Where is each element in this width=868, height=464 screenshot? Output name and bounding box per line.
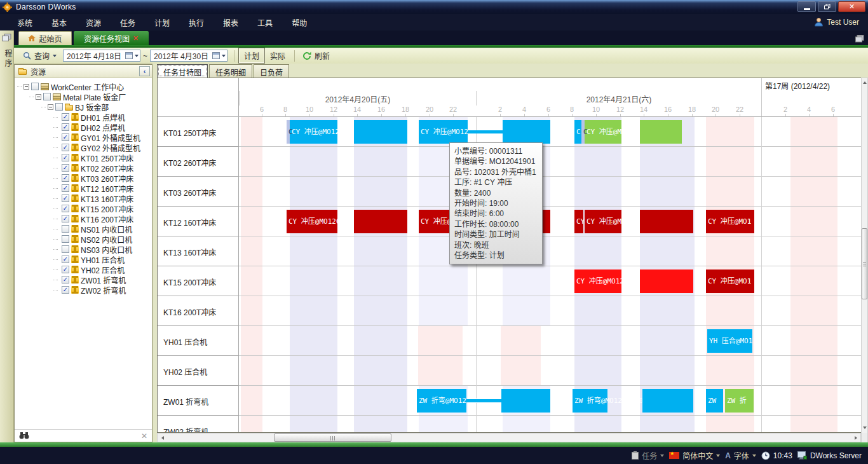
gantt-task-bar[interactable] (640, 120, 682, 144)
minimize-button[interactable] (797, 1, 816, 12)
menu-item-6[interactable]: 报表 (214, 14, 248, 31)
tree-item[interactable]: ✓YH01 压合机 (15, 254, 152, 264)
status-task-dropdown[interactable]: 任务 (632, 450, 664, 461)
tree-checkbox[interactable] (62, 225, 69, 233)
query-button[interactable]: 查询 (19, 49, 60, 62)
menu-item-7[interactable]: 工具 (248, 14, 282, 31)
tree-checkbox[interactable]: ✓ (62, 174, 69, 182)
gantt-task-bar[interactable]: CY 冲压@MO12041904 (585, 210, 621, 233)
tree-expand-icon[interactable] (36, 94, 41, 100)
scroll-up-button[interactable] (862, 79, 867, 86)
menu-item-3[interactable]: 任务 (111, 14, 145, 31)
clear-filter-icon[interactable]: ✕ (141, 432, 147, 440)
tab-task-detail[interactable]: 任务明细 (209, 64, 252, 78)
refresh-button[interactable]: 刷新 (299, 49, 334, 62)
tree-checkbox[interactable]: ✓ (62, 286, 69, 294)
tree-item[interactable]: ✓KT13 160T冲床 (15, 193, 152, 203)
window-list-icon[interactable] (855, 34, 864, 45)
tree-checkbox[interactable]: ✓ (62, 164, 69, 172)
gantt-task-bar[interactable] (503, 120, 550, 144)
tree-checkbox[interactable]: ✓ (62, 133, 69, 141)
gantt-task-bar[interactable]: CY 冲压@MO12041904 (287, 210, 337, 233)
tab-resource-task-view[interactable]: 资源任务视图 ✕ (74, 31, 149, 45)
tree-item[interactable]: ✓ZW01 折弯机 (15, 275, 152, 285)
gantt-task-bar[interactable]: CY 冲压@MO12041901 (290, 120, 337, 144)
tab-close-icon[interactable]: ✕ (133, 34, 139, 43)
tree-item[interactable]: ✓GY01 外桶成型机 (15, 132, 152, 142)
tab-gantt-view[interactable]: 任务甘特图 (157, 64, 208, 78)
tree-checkbox[interactable]: ✓ (62, 194, 69, 202)
gantt-task-bar[interactable] (642, 389, 693, 413)
menu-item-1[interactable]: 基本 (42, 14, 76, 31)
tree-checkbox[interactable]: ✓ (62, 154, 69, 161)
tree-checkbox[interactable]: ✓ (62, 276, 69, 283)
gantt-task-bar[interactable] (501, 389, 550, 413)
menu-item-5[interactable]: 执行 (179, 14, 214, 31)
actual-toggle-button[interactable]: 实际 (265, 48, 290, 63)
program-side-strip[interactable]: 程序 (0, 31, 14, 442)
gantt-task-bar[interactable]: CY 冲压@MO12041902 (585, 120, 621, 144)
status-language-dropdown[interactable]: ★ 简体中文 (669, 450, 720, 461)
tree-item[interactable]: ✓KT01 250T冲床 (15, 153, 152, 163)
gantt-task-bar[interactable]: YH 压合@MO1 (707, 329, 752, 353)
menu-item-2[interactable]: 资源 (76, 14, 111, 31)
tab-home[interactable]: 起始页 (18, 31, 72, 45)
gantt-task-bar[interactable]: ZW 折弯@MO12041901 (417, 389, 466, 413)
tree-checkbox[interactable] (62, 245, 69, 253)
tree-checkbox[interactable] (43, 93, 51, 100)
gantt-task-bar[interactable]: C (574, 120, 581, 144)
tree-checkbox[interactable]: ✓ (62, 144, 69, 151)
scroll-right-button[interactable] (851, 433, 860, 442)
gantt-task-bar[interactable]: C (287, 120, 290, 144)
tree-item[interactable]: WorkCenter 工作中心 (15, 81, 152, 92)
gantt-task-bar[interactable]: CY 冲 (574, 210, 583, 233)
gantt-task-bar[interactable] (354, 120, 407, 144)
horizontal-scroll-thumb[interactable] (274, 433, 391, 442)
vertical-scrollbar[interactable] (861, 78, 868, 442)
tab-daily-load[interactable]: 日负荷 (254, 64, 289, 78)
gantt-task-bar[interactable]: ZW 折 (725, 389, 754, 413)
tree-item[interactable]: NS02 内收口机 (15, 234, 152, 244)
tree-item[interactable]: ✓KT03 260T冲床 (15, 173, 152, 183)
tree-item[interactable]: ✓YH02 压合机 (15, 264, 152, 275)
date-to-picker[interactable]: 2012年 4月30日 (150, 50, 227, 62)
plan-toggle-button[interactable]: 计划 (238, 48, 265, 64)
tree-item[interactable]: BJ 钣金部 (15, 102, 152, 112)
gantt-task-bar[interactable]: CY 冲压@MO12041901 (419, 120, 468, 144)
tree-item[interactable]: ✓KT16 200T冲床 (15, 214, 152, 224)
tree-item[interactable]: ✓KT02 260T冲床 (15, 163, 152, 173)
tree-checkbox[interactable]: ✓ (62, 266, 69, 273)
tree-item[interactable]: ✓DH02 点焊机 (15, 122, 152, 132)
find-binoculars-icon[interactable] (19, 432, 29, 439)
menu-item-4[interactable]: 计划 (145, 14, 179, 31)
scroll-down-button[interactable] (862, 424, 867, 432)
tree-item[interactable]: ✓KT12 160T冲床 (15, 183, 152, 193)
gantt-task-bar[interactable]: CY 冲压@MO1 (706, 210, 754, 233)
tree-checkbox[interactable]: ✓ (62, 123, 69, 131)
gantt-task-bar[interactable]: ZW 折弯@MO12041901 (573, 389, 607, 413)
status-font-dropdown[interactable]: A 字体 (725, 450, 756, 461)
date-from-picker[interactable]: 2012年 4月18日 (63, 50, 140, 62)
vertical-scroll-thumb[interactable] (862, 228, 867, 299)
tree-checkbox[interactable]: ✓ (62, 256, 69, 263)
tree-item[interactable]: Metal Plate 钣金厂 (15, 92, 152, 102)
gantt-task-bar[interactable] (640, 270, 693, 293)
tree-checkbox[interactable]: ✓ (62, 215, 69, 222)
tree-item[interactable]: NS03 内收口机 (15, 244, 152, 254)
tree-checkbox[interactable]: ✓ (62, 184, 69, 192)
tree-checkbox[interactable] (31, 83, 39, 90)
menu-item-0[interactable]: 系统 (8, 14, 42, 31)
tree-item[interactable]: ✓GY02 外桶成型机 (15, 142, 152, 153)
tree-checkbox[interactable] (55, 103, 63, 111)
horizontal-scrollbar[interactable] (157, 433, 861, 442)
tree-checkbox[interactable]: ✓ (62, 113, 69, 121)
scroll-left-button[interactable] (158, 433, 166, 442)
close-button[interactable]: ✕ (838, 1, 865, 12)
gantt-task-bar[interactable] (354, 210, 407, 233)
collapse-panel-button[interactable]: ‹ (139, 66, 150, 76)
gantt-task-bar[interactable] (640, 210, 693, 233)
tree-expand-icon[interactable] (48, 104, 53, 110)
tree-item[interactable]: NS01 内收口机 (15, 224, 152, 234)
restore-button[interactable] (818, 1, 836, 12)
menu-item-8[interactable]: 帮助 (282, 14, 316, 31)
